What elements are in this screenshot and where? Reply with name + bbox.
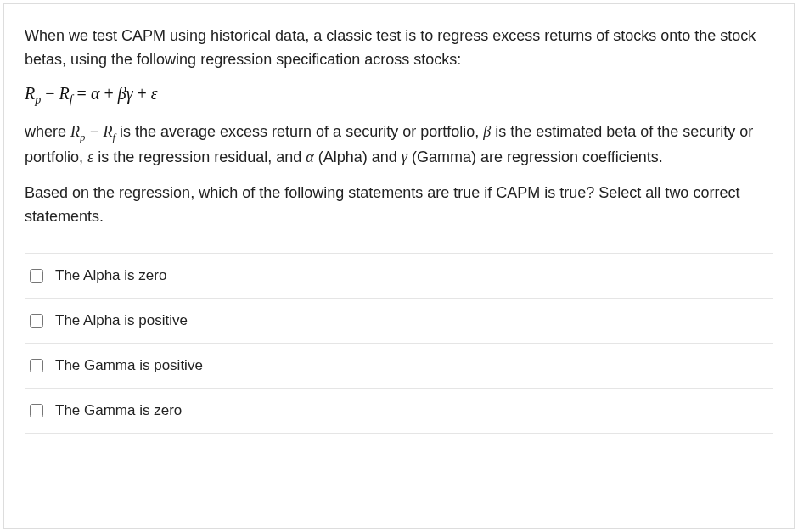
option-label: The Alpha is zero	[55, 267, 166, 284]
option-alpha-zero[interactable]: The Alpha is zero	[25, 253, 773, 298]
question-card: When we test CAPM using historical data,…	[3, 3, 795, 529]
variable-definitions: where Rp − Rf is the average excess retu…	[25, 120, 773, 170]
option-alpha-positive[interactable]: The Alpha is positive	[25, 298, 773, 343]
checkbox-gamma-positive[interactable]	[30, 359, 43, 372]
regression-formula: Rp − Rf = α + βγ + ε	[25, 84, 773, 107]
option-label: The Gamma is zero	[55, 402, 182, 419]
question-prompt: Based on the regression, which of the fo…	[25, 182, 773, 229]
option-label: The Gamma is positive	[55, 357, 203, 374]
question-intro: When we test CAPM using historical data,…	[25, 25, 773, 72]
checkbox-alpha-zero[interactable]	[30, 269, 43, 283]
checkbox-gamma-zero[interactable]	[30, 404, 43, 417]
option-label: The Alpha is positive	[55, 312, 188, 329]
option-gamma-zero[interactable]: The Gamma is zero	[25, 388, 773, 433]
option-gamma-positive[interactable]: The Gamma is positive	[25, 343, 773, 388]
checkbox-alpha-positive[interactable]	[30, 314, 43, 328]
options-list: The Alpha is zero The Alpha is positive …	[25, 253, 773, 434]
